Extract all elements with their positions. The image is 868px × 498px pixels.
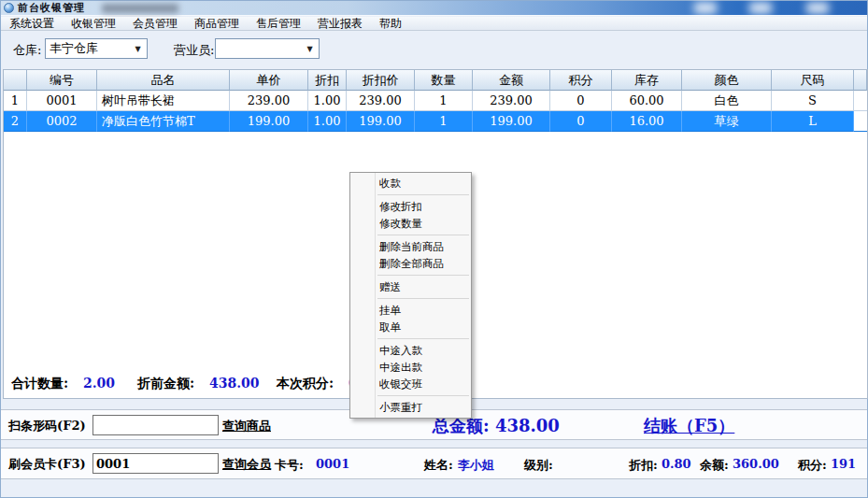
cell-stock: 60.00	[612, 91, 682, 111]
col-discount[interactable]: 折扣	[308, 70, 347, 91]
col-price[interactable]: 单价	[230, 70, 308, 91]
toolbar: 仓库: 丰宁仓库 ▼ 营业员: ▼	[1, 31, 867, 68]
menu-separator	[377, 194, 469, 195]
member-level-label: 级别:	[524, 457, 553, 474]
cell-price: 239.00	[230, 91, 308, 111]
ctx-modify-discount[interactable]: 修改折扣	[350, 198, 471, 215]
menu-separator	[377, 395, 469, 396]
col-filler	[854, 70, 867, 91]
col-size[interactable]: 尺码	[772, 70, 854, 91]
menu-business-report[interactable]: 营业报表	[309, 17, 371, 31]
col-code[interactable]: 编号	[27, 70, 97, 91]
search-member-link[interactable]: 查询会员	[222, 456, 271, 473]
col-discount-price[interactable]: 折扣价	[347, 70, 415, 91]
cell-discount: 1.00	[308, 111, 347, 132]
cell-name: 树叶吊带长裙	[97, 91, 230, 111]
pre-discount-value: 438.00	[209, 376, 260, 391]
member-name-value: 李小姐	[458, 457, 494, 474]
ctx-modify-qty[interactable]: 修改数量	[350, 215, 471, 232]
chevron-down-icon[interactable]: ▼	[304, 43, 316, 55]
col-amount[interactable]: 金额	[473, 70, 550, 91]
card-no-label: 卡号:	[275, 457, 304, 474]
table-row[interactable]: 1 0001 树叶吊带长裙 239.00 1.00 239.00 1 239.0…	[4, 91, 867, 111]
sale-items-grid: 编号 品名 单价 折扣 折扣价 数量 金额 积分 库存 颜色 尺码 1 0001…	[4, 70, 867, 132]
menu-aftersales-mgmt[interactable]: 售后管理	[248, 17, 309, 31]
checkout-f5-button[interactable]: 结账（F5）	[644, 415, 734, 437]
cell-size: S	[772, 91, 854, 111]
cell-discount: 1.00	[308, 91, 347, 111]
member-points-label: 积分:	[798, 457, 827, 474]
col-qty[interactable]: 数量	[415, 70, 473, 91]
ctx-midway-cash-in[interactable]: 中途入款	[350, 342, 471, 359]
swipe-member-card-label: 刷会员卡(F3)	[8, 456, 86, 473]
warehouse-select[interactable]: 丰宁仓库 ▼	[45, 38, 148, 59]
total-qty-label: 合计数量:	[11, 376, 68, 392]
menu-separator	[377, 298, 469, 299]
ctx-hold-order[interactable]: 挂单	[350, 302, 471, 319]
member-points-value: 191	[831, 457, 856, 471]
warehouse-selected-value: 丰宁仓库	[50, 40, 98, 57]
card-no-value: 0001	[316, 457, 349, 471]
maximize-button-blur[interactable]	[749, 2, 772, 14]
menu-separator	[377, 338, 469, 339]
window-title: 前台收银管理	[18, 1, 85, 15]
ctx-gift[interactable]: 赠送	[350, 278, 471, 295]
menu-help[interactable]: 帮助	[371, 17, 410, 31]
member-card-input[interactable]	[92, 453, 219, 474]
col-name[interactable]: 品名	[97, 70, 230, 91]
context-menu: 收款 修改折扣 修改数量 删除当前商品 删除全部商品 赠送 挂单 取单 中途入款…	[349, 172, 472, 419]
clerk-select[interactable]: ▼	[215, 38, 320, 59]
col-stock[interactable]: 库存	[612, 70, 682, 91]
app-globe-icon	[4, 3, 14, 13]
cell-points: 0	[550, 91, 612, 111]
pre-discount-label: 折前金额:	[137, 376, 194, 392]
cell-color: 草绿	[682, 111, 772, 132]
ctx-delete-all-items[interactable]: 删除全部商品	[350, 255, 471, 272]
menu-cashier-mgmt[interactable]: 收银管理	[63, 17, 124, 31]
cell-code: 0001	[27, 91, 97, 111]
cell-color: 白色	[682, 91, 772, 111]
close-button-blur[interactable]	[806, 2, 829, 14]
menu-system-settings[interactable]: 系统设置	[1, 17, 63, 31]
member-name-label: 姓名:	[424, 457, 453, 474]
redacted-blur	[102, 4, 178, 13]
cell-price: 199.00	[230, 111, 308, 132]
ctx-delete-current-item[interactable]: 删除当前商品	[350, 238, 471, 255]
cell-code: 0002	[27, 111, 97, 132]
col-color[interactable]: 颜色	[682, 70, 772, 91]
menu-separator	[377, 235, 469, 235]
search-product-link[interactable]: 查询商品	[222, 418, 271, 434]
cell-name: 净版白色竹节棉T	[97, 111, 230, 132]
chevron-down-icon[interactable]: ▼	[132, 43, 144, 55]
cell-filler	[854, 91, 867, 111]
member-balance-value: 360.00	[733, 457, 779, 471]
member-discount-label: 折扣:	[629, 457, 658, 474]
ctx-midway-cash-out[interactable]: 中途出款	[350, 359, 471, 376]
grid-header-row: 编号 品名 单价 折扣 折扣价 数量 金额 积分 库存 颜色 尺码	[4, 70, 867, 91]
cell-rownum: 1	[4, 91, 27, 111]
cell-qty: 1	[415, 91, 473, 111]
session-points-label: 本次积分:	[277, 376, 334, 392]
ctx-shift-change[interactable]: 收银交班	[350, 376, 471, 392]
scan-barcode-label: 扫条形码(F2)	[8, 418, 86, 434]
menu-separator	[377, 275, 469, 276]
barcode-input[interactable]	[92, 415, 219, 435]
clerk-label: 营业员:	[174, 42, 214, 59]
cell-qty: 1	[415, 111, 473, 132]
cell-size: L	[772, 111, 854, 132]
menu-bar: 系统设置 收银管理 会员管理 商品管理 售后管理 营业报表 帮助	[1, 17, 867, 31]
cell-points: 0	[550, 111, 612, 132]
minimize-button-blur[interactable]	[694, 2, 717, 14]
ctx-reprint-receipt[interactable]: 小票重打	[350, 399, 471, 416]
cell-amount: 239.00	[473, 91, 550, 111]
cell-filler	[854, 111, 867, 132]
ctx-receive-payment[interactable]: 收款	[350, 175, 471, 192]
cell-stock: 16.00	[612, 111, 682, 132]
menu-product-mgmt[interactable]: 商品管理	[186, 17, 248, 31]
col-points[interactable]: 积分	[550, 70, 612, 91]
total-qty-value: 2.00	[83, 376, 115, 391]
menu-member-mgmt[interactable]: 会员管理	[124, 17, 186, 31]
ctx-retrieve-order[interactable]: 取单	[350, 319, 471, 335]
col-rownum	[4, 70, 27, 91]
table-row-selected[interactable]: 2 0002 净版白色竹节棉T 199.00 1.00 199.00 1 199…	[4, 111, 867, 132]
